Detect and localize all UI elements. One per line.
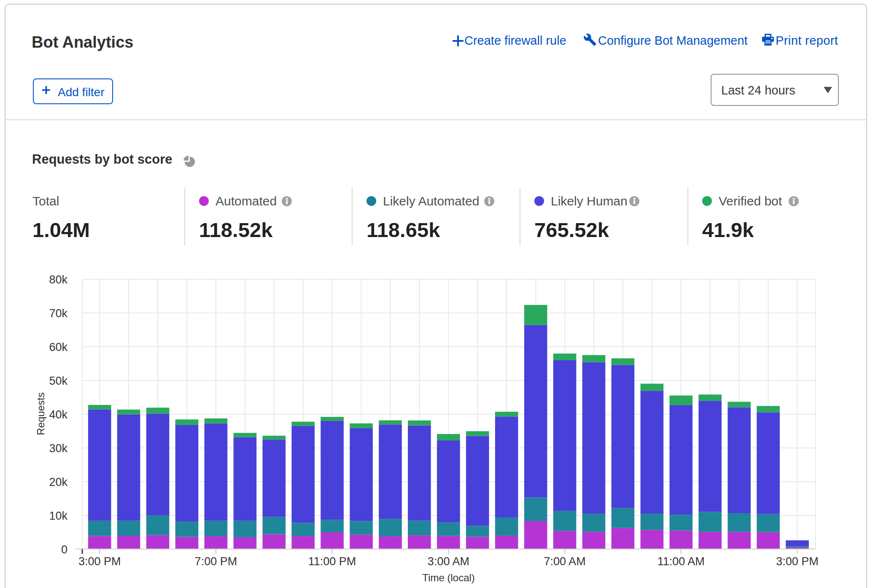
svg-text:3:00 PM: 3:00 PM — [776, 555, 819, 568]
svg-text:Requests: Requests — [35, 392, 46, 435]
svg-text:7:00 PM: 7:00 PM — [195, 555, 237, 568]
svg-text:10k: 10k — [49, 510, 67, 522]
svg-text:3:00 AM: 3:00 AM — [428, 555, 469, 568]
svg-text:11:00 AM: 11:00 AM — [657, 555, 705, 568]
svg-text:20k: 20k — [49, 476, 67, 488]
svg-text:Time (local): Time (local) — [422, 572, 474, 583]
svg-text:80k: 80k — [49, 273, 67, 286]
svg-text:50k: 50k — [49, 375, 67, 387]
svg-text:0: 0 — [61, 543, 67, 556]
svg-text:3:00 PM: 3:00 PM — [78, 555, 121, 568]
svg-text:70k: 70k — [49, 307, 67, 320]
svg-text:11:00 PM: 11:00 PM — [308, 555, 356, 568]
svg-text:7:00 AM: 7:00 AM — [544, 555, 586, 568]
svg-text:60k: 60k — [49, 341, 67, 353]
svg-text:30k: 30k — [49, 442, 67, 455]
svg-text:40k: 40k — [49, 408, 67, 421]
